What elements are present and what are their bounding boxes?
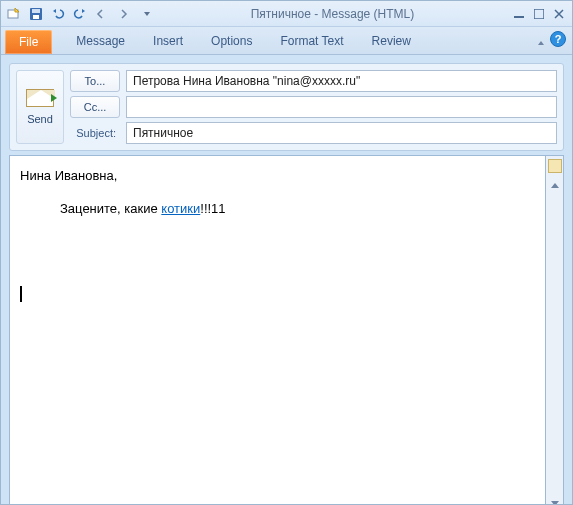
quick-access-toolbar bbox=[5, 5, 155, 23]
svg-rect-3 bbox=[33, 15, 39, 19]
ribbon-minimize-button[interactable] bbox=[536, 32, 544, 46]
tab-review[interactable]: Review bbox=[358, 28, 425, 54]
message-body[interactable]: Нина Ивановна, Зацените, какие котики!!!… bbox=[9, 155, 546, 505]
svg-rect-5 bbox=[534, 9, 544, 19]
qat-new-button[interactable] bbox=[5, 5, 23, 23]
chevron-down-icon bbox=[538, 41, 544, 45]
help-button[interactable]: ? bbox=[550, 31, 566, 47]
send-button[interactable]: Send bbox=[16, 70, 64, 144]
tab-message[interactable]: Message bbox=[62, 28, 139, 54]
window-buttons bbox=[510, 6, 568, 22]
title-bar: Пятничное - Message (HTML) bbox=[1, 1, 572, 27]
ruler-icon[interactable] bbox=[548, 159, 562, 173]
envelope-icon bbox=[26, 89, 54, 107]
svg-rect-2 bbox=[32, 9, 40, 13]
to-button[interactable]: To... bbox=[70, 70, 120, 92]
previous-button[interactable] bbox=[93, 5, 111, 23]
body-greeting: Нина Ивановна, bbox=[20, 168, 535, 183]
qat-customize-button[interactable] bbox=[137, 5, 155, 23]
tab-format-text[interactable]: Format Text bbox=[266, 28, 357, 54]
subject-label: Subject: bbox=[70, 127, 120, 139]
text-caret bbox=[20, 286, 22, 302]
file-tab[interactable]: File bbox=[5, 30, 52, 54]
body-link[interactable]: котики bbox=[161, 201, 200, 216]
scroll-down-button[interactable] bbox=[548, 496, 562, 505]
scroll-up-button[interactable] bbox=[548, 178, 562, 192]
redo-button[interactable] bbox=[71, 5, 89, 23]
cc-button[interactable]: Cc... bbox=[70, 96, 120, 118]
body-line-suffix: !!!11 bbox=[200, 201, 225, 216]
tab-insert[interactable]: Insert bbox=[139, 28, 197, 54]
svg-rect-4 bbox=[514, 16, 524, 18]
save-button[interactable] bbox=[27, 5, 45, 23]
maximize-button[interactable] bbox=[530, 6, 548, 22]
body-line: Зацените, какие котики!!!11 bbox=[60, 201, 535, 216]
message-header: Send To... Cc... Subject: bbox=[9, 63, 564, 151]
chevron-down-icon bbox=[144, 12, 150, 16]
undo-button[interactable] bbox=[49, 5, 67, 23]
body-line-prefix: Зацените, какие bbox=[60, 201, 161, 216]
send-label: Send bbox=[27, 113, 53, 125]
vertical-scrollbar[interactable] bbox=[546, 155, 564, 505]
window-title: Пятничное - Message (HTML) bbox=[155, 7, 510, 21]
subject-field[interactable] bbox=[126, 122, 557, 144]
tab-options[interactable]: Options bbox=[197, 28, 266, 54]
to-field[interactable] bbox=[126, 70, 557, 92]
next-button[interactable] bbox=[115, 5, 133, 23]
close-button[interactable] bbox=[550, 6, 568, 22]
minimize-button[interactable] bbox=[510, 6, 528, 22]
ribbon: File Message Insert Options Format Text … bbox=[1, 27, 572, 55]
cc-field[interactable] bbox=[126, 96, 557, 118]
